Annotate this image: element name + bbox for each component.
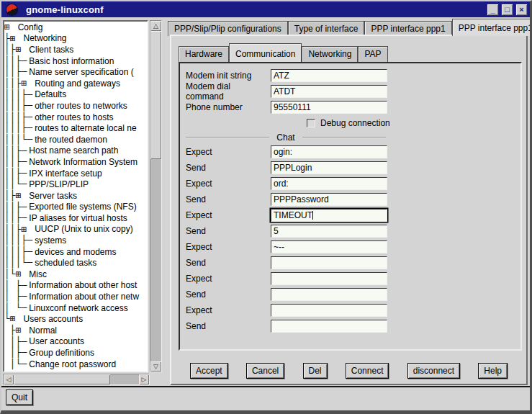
chat-row-input[interactable]: ogin:: [271, 145, 387, 158]
action-button-row: Accept Cancel Del Connect disconnect Hel…: [171, 361, 526, 380]
tab-ppp-interface-ppp1-active[interactable]: PPP interface ppp1: [452, 19, 532, 36]
tree-item[interactable]: ││├─ Exported file systems (NFS): [4, 202, 147, 213]
tree-branch-icon: ││├─: [4, 212, 27, 224]
debug-connection-checkbox[interactable]: [307, 119, 315, 127]
chat-row-input[interactable]: TIMEOUT: [271, 209, 387, 222]
tree-item[interactable]: │││├─ other routes to networks: [4, 100, 147, 112]
tree-item[interactable]: ││└─ PPP/SLIP/PLIP: [4, 179, 147, 190]
chat-row-input[interactable]: [271, 272, 387, 285]
chat-row: Expect: [180, 302, 520, 318]
chat-row-input[interactable]: ~--: [271, 240, 387, 253]
scroll-right-icon[interactable]: ▷: [139, 374, 149, 384]
tree-branch-icon: │ ├─: [4, 280, 27, 292]
accept-button[interactable]: Accept: [190, 363, 228, 379]
tree-item-label: the routed daemon: [32, 135, 107, 145]
modem-dial-command-input[interactable]: ATDT: [271, 85, 387, 98]
tree-item[interactable]: ││├─ IP aliases for virtual hosts: [4, 212, 147, 224]
vertical-scroll-thumb[interactable]: [150, 31, 161, 159]
chat-row-input[interactable]: PPPLogin: [271, 161, 387, 174]
disconnect-button[interactable]: disconnect: [407, 363, 460, 379]
scroll-down-icon[interactable]: ▽: [150, 361, 161, 372]
tree-item[interactable]: │├⊞ Server tasks: [4, 190, 147, 202]
tree-item[interactable]: │ └─ Linuxconf network access: [4, 302, 147, 314]
tree-item[interactable]: │││├─ devices and modems: [4, 246, 147, 258]
tree-item[interactable]: │││├─ routes to alternate local ne: [4, 122, 147, 134]
tree-item[interactable]: │││├─ other routes to hosts: [4, 112, 147, 123]
tree-item[interactable]: │└─ Change root password: [4, 359, 147, 370]
tree-branch-icon: │││├─: [4, 122, 32, 134]
tree-item[interactable]: ├⊞ Networking: [4, 33, 147, 45]
tab-networking[interactable]: Networking: [302, 46, 358, 62]
tree-item-label: Information about other netw: [27, 292, 139, 302]
tree-item-label: devices and modems: [32, 247, 116, 257]
chat-row-input[interactable]: ord:: [271, 177, 387, 190]
scroll-left-icon[interactable]: ◁: [4, 374, 14, 384]
phone-number-value: 95550111: [274, 102, 311, 112]
chat-row: Expect ~--: [180, 239, 520, 255]
horizontal-scroll-thumb[interactable]: [14, 374, 110, 384]
horizontal-scroll-track[interactable]: [110, 374, 139, 384]
tree-item[interactable]: │├─ User accounts: [4, 336, 147, 348]
window-title: gnome-linuxconf: [26, 4, 104, 15]
divider-line: [302, 137, 386, 138]
chat-row-value: ord:: [274, 179, 289, 189]
tree-item[interactable]: ││├─ Name server specification (: [4, 66, 147, 78]
tree-item[interactable]: │ ├─ Information about other netw: [4, 291, 147, 302]
tree-item[interactable]: │││├─ systems: [4, 235, 147, 246]
tree-item[interactable]: └⊞ Users accounts: [4, 313, 147, 325]
connect-button[interactable]: Connect: [346, 363, 389, 379]
chat-row: Send: [180, 318, 520, 334]
tree-item[interactable]: ├⊞ Normal: [4, 325, 147, 336]
chat-row-input[interactable]: PPPPassword: [271, 193, 387, 206]
tree-item[interactable]: ││├─ Host name search path: [4, 145, 147, 157]
cancel-button[interactable]: Cancel: [246, 363, 284, 379]
chat-row-input[interactable]: 5: [271, 225, 387, 238]
chat-row-input[interactable]: [271, 304, 387, 317]
chat-row-label: Send: [186, 289, 271, 300]
tab-pap[interactable]: PAP: [358, 46, 387, 62]
tree-horizontal-scrollbar[interactable]: ◁ ▷: [3, 374, 150, 385]
tab-ppp-slip-plip-configurations[interactable]: PPP/Slip/Plip configurations: [168, 21, 288, 36]
tree-item[interactable]: ││├⊞ Routing and gateways: [4, 78, 147, 89]
tree-item[interactable]: │││└─ the routed daemon: [4, 134, 147, 145]
tab-type-of-interface[interactable]: Type of interface: [288, 21, 365, 36]
tree-item[interactable]: ││├⊞ UUCP (Unix to unix copy): [4, 224, 147, 235]
tree-item[interactable]: │├⊞ Client tasks: [4, 44, 147, 55]
tree-branch-icon: │├─: [4, 347, 27, 359]
phone-number-input[interactable]: 95550111: [271, 101, 387, 114]
tree-item[interactable]: ││├─ Network Information System: [4, 156, 147, 168]
chat-row-input[interactable]: [271, 256, 387, 269]
tree-item[interactable]: │││└─ scheduled tasks: [4, 257, 147, 269]
chat-row-input[interactable]: [271, 320, 387, 333]
tree-vertical-scrollbar[interactable]: △ ▽: [150, 20, 162, 372]
tree-item[interactable]: ││├─ Basic host information: [4, 55, 147, 67]
del-button[interactable]: Del: [303, 363, 328, 379]
tree-item-label: Networking: [21, 33, 66, 43]
tab-communication[interactable]: Communication: [229, 43, 302, 62]
tree-branch-icon: │││└─: [4, 134, 32, 145]
config-tree: ⊞ Config ├⊞ Networking │├⊞ Client tasks …: [3, 20, 148, 372]
tab-ppp-interface-ppp1[interactable]: PPP interface ppp1: [364, 21, 451, 36]
tree-item-label: other routes to networks: [32, 101, 127, 111]
modem-init-string-input[interactable]: ATZ: [271, 69, 387, 82]
tree-item[interactable]: │││├─ Defaults: [4, 89, 147, 101]
tree-item[interactable]: ││├─ IPX interface setup: [4, 168, 147, 179]
tree-item[interactable]: │└⊞ Misc: [4, 269, 147, 280]
vertical-scroll-track[interactable]: [150, 159, 161, 361]
help-button[interactable]: Help: [478, 363, 508, 379]
tree-branch-icon: │││└─: [4, 257, 32, 269]
chat-row: Send: [180, 287, 520, 302]
quit-button[interactable]: Quit: [6, 390, 33, 405]
tree-item[interactable]: │ ├─ Information about other host: [4, 280, 147, 292]
chat-row-value: PPPLogin: [274, 163, 312, 173]
chat-row-label: Expect: [186, 242, 271, 252]
tree-item-label: Information about other host: [27, 280, 137, 290]
scroll-up-icon[interactable]: △: [150, 21, 161, 31]
chat-row-input[interactable]: [271, 288, 387, 301]
tree-item-label: UUCP (Unix to unix copy): [32, 224, 133, 234]
tree-item[interactable]: ⊞ Config: [4, 22, 147, 33]
tab-hardware[interactable]: Hardware: [179, 46, 229, 62]
tree-item[interactable]: │├─ Group definitions: [4, 347, 147, 359]
tree-branch-icon: │└─: [4, 359, 27, 370]
tree-branch-icon: │├⊞: [4, 44, 27, 55]
